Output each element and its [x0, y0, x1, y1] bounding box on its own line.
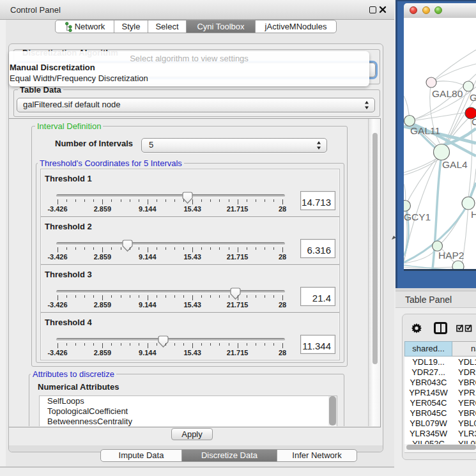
svg-text:GAL4: GAL4	[442, 159, 468, 170]
svg-text:GAL11: GAL11	[410, 125, 440, 136]
svg-text:GCY1: GCY1	[404, 211, 431, 222]
svg-text:GAL80: GAL80	[432, 88, 463, 99]
svg-text:C: C	[472, 116, 476, 127]
svg-text:H: H	[471, 209, 476, 220]
svg-text:G.: G.	[470, 92, 476, 103]
svg-text:HAP2: HAP2	[438, 250, 464, 261]
